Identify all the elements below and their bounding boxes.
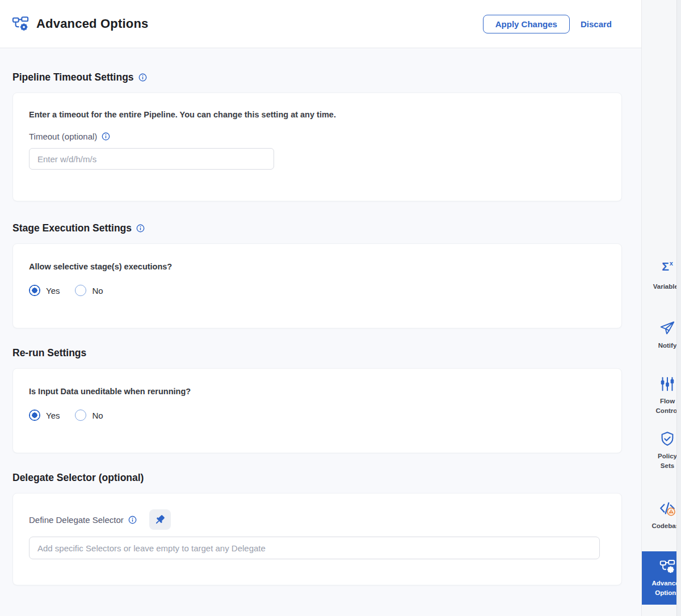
apply-changes-button[interactable]: Apply Changes — [483, 15, 570, 33]
section-title: Stage Execution Settings — [12, 222, 132, 234]
rail-item-variables[interactable]: Σx Variables — [642, 260, 681, 292]
rerun-question: Is Input Data uneditable when rerunning? — [29, 387, 606, 396]
rerun-card: Is Input Data uneditable when rerunning?… — [12, 368, 622, 453]
code-warning-icon — [659, 500, 676, 517]
stage-execution-question: Allow selective stage(s) executions? — [29, 262, 606, 271]
discard-button[interactable]: Discard — [581, 19, 612, 29]
sigma-variables-icon: Σx — [659, 260, 676, 278]
radio-unselected-icon[interactable] — [75, 410, 86, 421]
scrollbar-track[interactable] — [676, 0, 681, 616]
timeout-description: Enter a timeout for the entire Pipeline.… — [29, 110, 606, 119]
radio-option-yes[interactable]: Yes — [29, 410, 60, 421]
section-title: Re-run Settings — [12, 347, 86, 359]
section-pipeline-timeout: Pipeline Timeout Settings — [12, 71, 622, 83]
radio-option-yes[interactable]: Yes — [29, 285, 60, 296]
rail-item-advanced-options[interactable]: Advanced Options — [642, 551, 681, 605]
timeout-field-label: Timeout (optional) — [29, 132, 97, 141]
paper-plane-icon — [659, 320, 676, 337]
radio-option-no[interactable]: No — [75, 410, 103, 421]
info-icon[interactable] — [102, 132, 110, 141]
flow-gear-icon — [659, 559, 675, 575]
section-stage-execution: Stage Execution Settings — [12, 222, 622, 234]
pushpin-icon — [154, 514, 166, 526]
rail-item-flow-control[interactable]: Flow Control — [642, 375, 681, 416]
sliders-icon — [659, 375, 676, 393]
pin-button[interactable] — [149, 509, 171, 530]
page-title: Advanced Options — [36, 16, 483, 31]
stage-execution-radio-group: Yes No — [29, 285, 606, 296]
info-icon[interactable] — [138, 73, 147, 82]
advanced-options-icon — [12, 15, 29, 32]
rail-item-policy-sets[interactable]: Policy Sets — [642, 431, 681, 471]
advanced-options-panel: Advanced Options Apply Changes Discard P… — [0, 0, 641, 616]
info-icon[interactable] — [136, 224, 145, 233]
timeout-input[interactable] — [29, 148, 274, 170]
right-rail: Σx Variables Notify Flow Control Policy … — [641, 0, 681, 616]
radio-selected-icon[interactable] — [29, 410, 40, 421]
delegate-selector-input[interactable] — [29, 537, 600, 559]
section-delegate-selector: Delegate Selector (optional) — [12, 471, 622, 484]
rail-item-codebase[interactable]: Codebase — [642, 500, 681, 531]
section-title: Pipeline Timeout Settings — [12, 71, 134, 83]
panel-header: Advanced Options Apply Changes Discard — [0, 0, 641, 48]
delegate-selector-card: Define Delegate Selector — [12, 493, 622, 585]
stage-execution-card: Allow selective stage(s) executions? Yes… — [12, 243, 622, 328]
delegate-field-label: Define Delegate Selector — [29, 515, 124, 525]
rerun-radio-group: Yes No — [29, 410, 606, 421]
section-rerun: Re-run Settings — [12, 347, 622, 359]
section-title: Delegate Selector (optional) — [12, 471, 144, 484]
timeout-card: Enter a timeout for the entire Pipeline.… — [12, 92, 622, 201]
radio-option-no[interactable]: No — [75, 285, 103, 296]
radio-unselected-icon[interactable] — [75, 285, 86, 296]
shield-check-icon — [659, 431, 676, 448]
rail-item-notify[interactable]: Notify — [642, 320, 681, 351]
radio-selected-icon[interactable] — [29, 285, 40, 296]
info-icon[interactable] — [128, 516, 137, 524]
panel-content: Pipeline Timeout Settings Enter a timeou… — [0, 71, 641, 585]
